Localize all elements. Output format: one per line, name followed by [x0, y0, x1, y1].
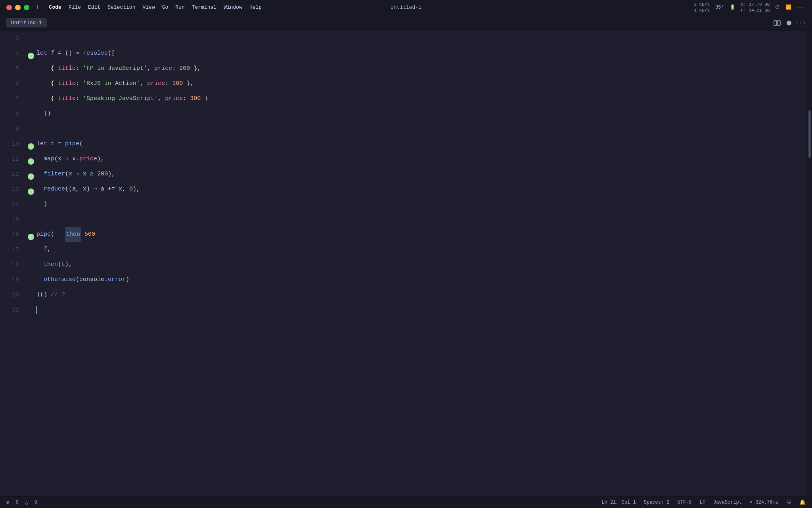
line-num-20: 20	[0, 287, 25, 302]
window-title: Untitled-1	[391, 4, 421, 10]
code-line-5: { title : 'FP in JavaScript' , price : 2…	[36, 61, 807, 76]
storage-free: F: 14.21 GB	[741, 8, 770, 13]
warning-count: 0	[34, 500, 37, 505]
code-line-14: )	[36, 197, 807, 212]
breakpoints-column	[25, 31, 36, 496]
token-7-2: :	[76, 91, 83, 106]
minimize-button[interactable]	[15, 5, 21, 10]
indentation[interactable]: Spaces: 2	[644, 500, 670, 505]
token-5-3: ,	[147, 61, 154, 76]
line-num-12: 12	[0, 167, 25, 182]
encoding[interactable]: UTF-8	[678, 500, 692, 505]
line-ending[interactable]: LF	[700, 500, 705, 505]
line-num-7: 7	[0, 91, 25, 106]
token-arrow-12: ⇒	[76, 167, 79, 182]
bp-14	[25, 197, 36, 212]
code-line-13: reduce ((a, x) ⇒ a += x, 0 ),	[36, 182, 807, 197]
token-4-1: f = ()	[47, 46, 76, 61]
token-8-b1: ])	[44, 106, 51, 121]
token-op-12: ≥	[90, 167, 94, 182]
bp-4[interactable]	[25, 46, 36, 61]
maximize-button[interactable]	[24, 5, 29, 10]
network-upload: 2 KB/s	[694, 2, 710, 7]
token-arrow-13: ⇒	[94, 182, 97, 197]
bp-17	[25, 242, 36, 257]
close-button[interactable]	[6, 5, 12, 10]
token-6-4: :	[165, 76, 172, 91]
token-num-13: 0	[129, 182, 133, 197]
line-num-11: 11	[0, 152, 25, 167]
bp-15	[25, 212, 36, 227]
token-6-6: ,	[190, 76, 193, 91]
token-6-2: :	[76, 76, 83, 91]
token-price-11: price	[79, 152, 97, 167]
cursor	[36, 306, 37, 314]
line-num-6: 6	[0, 76, 25, 91]
bp-16[interactable]	[25, 227, 36, 242]
menu-file[interactable]: File	[69, 4, 81, 10]
code-line-10: let t = pipe (	[36, 137, 807, 152]
cursor-position[interactable]: Ln 21, Col 1	[601, 500, 636, 505]
token-7-price: price	[165, 91, 183, 106]
token-20-0: )()	[36, 287, 47, 302]
menu-run[interactable]: Run	[175, 4, 184, 10]
token-10-1: t =	[47, 137, 65, 152]
token-5-num: 200	[179, 61, 190, 76]
line-num-19: 19	[0, 272, 25, 287]
more-options-icon[interactable]: ···	[796, 18, 806, 28]
menu-help[interactable]: Help	[249, 4, 262, 10]
token-4-2	[79, 46, 83, 61]
code-line-15	[36, 212, 807, 227]
line-num-8: 8	[0, 106, 25, 121]
token-19-2: )	[126, 272, 129, 287]
token-20-1	[47, 287, 51, 302]
line-num-15: 15	[0, 212, 25, 227]
bp-10[interactable]	[25, 137, 36, 152]
menu-extras-icon: ···	[797, 5, 806, 10]
menu-selection[interactable]: Selection	[107, 4, 135, 10]
menu-edit[interactable]: Edit	[88, 4, 100, 10]
token-7-title: title	[58, 91, 76, 106]
editor: 3 4 5 6 7 8 9 10 11 12 13 14 15 16 17 18…	[0, 31, 812, 496]
menu-terminal[interactable]: Terminal	[192, 4, 216, 10]
menu-window[interactable]: Window	[224, 4, 242, 10]
bp-13[interactable]	[25, 182, 36, 197]
token-reduce-13: reduce	[44, 182, 65, 197]
token-5-title: title	[58, 61, 76, 76]
line-num-18: 18	[0, 257, 25, 272]
language-mode[interactable]: JavaScript	[713, 500, 742, 505]
code-line-7: { title : 'Speaking JavaScript' , price …	[36, 91, 807, 106]
line-numbers: 3 4 5 6 7 8 9 10 11 12 13 14 15 16 17 18…	[0, 31, 25, 496]
tab-untitled[interactable]: Untitled-1	[6, 18, 47, 27]
token-6-num: 100	[172, 76, 183, 91]
bp-18	[25, 257, 36, 272]
token-5-b2: }	[193, 61, 197, 76]
scrollbar[interactable]	[807, 31, 812, 496]
token-5-price: price	[154, 61, 172, 76]
token-5-1	[54, 61, 58, 76]
token-7-b1: {	[51, 91, 54, 106]
notification-icon[interactable]: 🔔	[799, 499, 806, 506]
menu-code[interactable]: Code	[49, 4, 61, 10]
token-19-0	[36, 272, 44, 287]
menu-view[interactable]: View	[142, 4, 155, 10]
token-7-3: ,	[158, 91, 165, 106]
bp-11[interactable]	[25, 152, 36, 167]
svg-rect-1	[778, 21, 780, 25]
feedback-icon[interactable]: 🗨	[786, 499, 791, 505]
code-editor[interactable]: let f = () ⇒ resolve ([ { title : 'FP in…	[36, 31, 807, 496]
bp-12[interactable]	[25, 167, 36, 182]
line-num-17: 17	[0, 242, 25, 257]
lines-container: 3 4 5 6 7 8 9 10 11 12 13 14 15 16 17 18…	[0, 31, 812, 496]
token-12-0	[36, 167, 44, 182]
token-let-10: let	[36, 137, 47, 152]
split-editor-icon[interactable]	[772, 18, 782, 28]
code-line-21	[36, 302, 807, 318]
menu-go[interactable]: Go	[162, 4, 169, 10]
code-line-19: otherwise (console. error )	[36, 272, 807, 287]
bp-6	[25, 76, 36, 91]
token-6-str1: 'RxJS in Action'	[83, 76, 140, 91]
scrollbar-thumb[interactable]	[808, 110, 811, 158]
token-pipe-10: pipe	[65, 137, 79, 152]
token-bracket-4: ([	[108, 46, 115, 61]
